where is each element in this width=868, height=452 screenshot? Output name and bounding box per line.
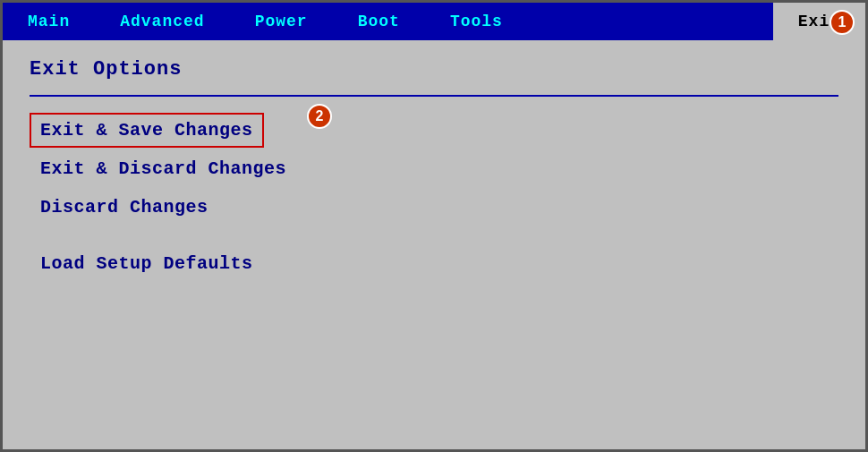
menu-bar: Main Advanced Power Boot Tools Exit 1 xyxy=(3,3,865,40)
option-discard[interactable]: Discard Changes xyxy=(30,190,219,225)
content-area: Exit Options 2 Exit & Save Changes Exit … xyxy=(3,40,865,449)
menu-bar-spacer xyxy=(528,3,773,40)
section-title: Exit Options xyxy=(30,58,838,81)
option-exit-save[interactable]: Exit & Save Changes xyxy=(30,113,264,148)
menu-options: 2 Exit & Save Changes Exit & Discard Cha… xyxy=(30,113,838,281)
menu-item-tools[interactable]: Tools xyxy=(425,3,528,40)
option-load-defaults[interactable]: Load Setup Defaults xyxy=(30,246,264,281)
divider xyxy=(30,95,838,97)
badge-1: 1 xyxy=(830,10,855,35)
menu-item-power[interactable]: Power xyxy=(230,3,333,40)
badge-2: 2 xyxy=(307,104,332,129)
menu-item-advanced[interactable]: Advanced xyxy=(95,3,229,40)
option-exit-discard[interactable]: Exit & Discard Changes xyxy=(30,151,297,186)
menu-item-boot[interactable]: Boot xyxy=(333,3,425,40)
menu-item-main[interactable]: Main xyxy=(3,3,95,40)
